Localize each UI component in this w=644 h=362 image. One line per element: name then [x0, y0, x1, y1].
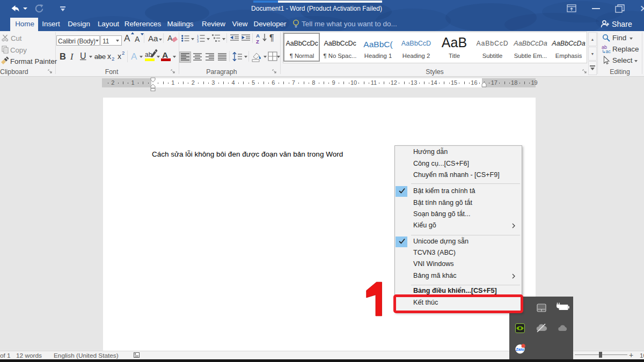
svg-text:Zalo: Zalo: [516, 347, 524, 352]
svg-text:3: 3: [197, 40, 199, 43]
